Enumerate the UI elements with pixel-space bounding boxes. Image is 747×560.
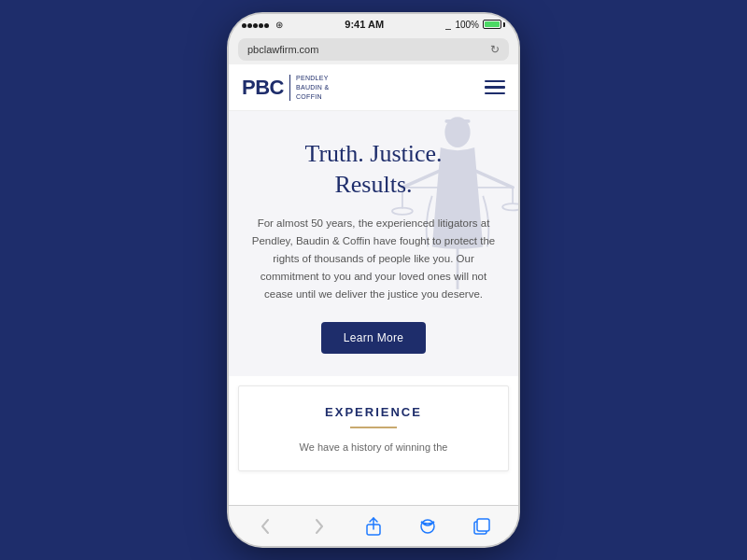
refresh-icon[interactable]: ↻: [490, 43, 500, 56]
svg-rect-14: [477, 519, 489, 531]
experience-title-underline: [350, 427, 397, 428]
experience-body: We have a history of winning the: [254, 440, 493, 455]
hero-title: Truth. Justice.Results.: [244, 139, 503, 200]
learn-more-button[interactable]: Learn More: [321, 322, 426, 354]
experience-section: EXPERIENCE We have a history of winning …: [238, 385, 509, 471]
logo-divider: [289, 75, 290, 101]
url-bar: pbclawfirm.com ↻: [229, 35, 518, 64]
share-button[interactable]: [360, 513, 387, 539]
svg-point-12: [421, 520, 434, 533]
safari-toolbar: [229, 505, 518, 546]
battery-percent: 100%: [455, 20, 479, 30]
hamburger-line-2: [485, 86, 505, 89]
tabs-icon: [473, 518, 490, 535]
bookmarks-button[interactable]: [415, 513, 441, 539]
signal-dots: [242, 19, 270, 30]
nav-bar: PBC PENDLEY BAUDIN & COFFIN: [229, 64, 518, 111]
back-icon: [261, 518, 270, 535]
experience-title: EXPERIENCE: [254, 405, 493, 419]
status-bar: ⊛ 9:41 AM ⎯ 100%: [229, 14, 518, 35]
bookmarks-icon: [419, 518, 436, 535]
url-text: pbclawfirm.com: [247, 44, 318, 55]
forward-icon: [315, 518, 324, 535]
logo-pbc: PBC: [242, 76, 284, 100]
battery-icon: [483, 20, 505, 29]
hamburger-menu[interactable]: [485, 80, 505, 95]
logo-area: PBC PENDLEY BAUDIN & COFFIN: [242, 74, 329, 101]
bluetooth-icon: ⎯: [445, 20, 451, 30]
status-time: 9:41 AM: [345, 19, 384, 30]
hero-section: Truth. Justice.Results. For almost 50 ye…: [229, 111, 518, 376]
status-left: ⊛: [242, 19, 283, 30]
svg-point-7: [502, 203, 518, 210]
hero-body: For almost 50 years, the experienced lit…: [244, 215, 503, 303]
website-content: PBC PENDLEY BAUDIN & COFFIN: [229, 64, 518, 505]
back-button[interactable]: [252, 513, 278, 539]
svg-rect-1: [444, 119, 470, 123]
phone-frame: ⊛ 9:41 AM ⎯ 100% pbclawfirm.com ↻ PBC: [229, 14, 518, 546]
logo-text: PENDLEY BAUDIN & COFFIN: [296, 74, 329, 101]
share-icon: [365, 517, 382, 536]
tabs-button[interactable]: [469, 513, 495, 539]
wifi-icon: ⊛: [275, 20, 283, 30]
hamburger-line-1: [485, 80, 505, 83]
svg-point-5: [392, 208, 413, 215]
url-input[interactable]: pbclawfirm.com ↻: [238, 38, 509, 61]
hamburger-line-3: [485, 92, 505, 95]
status-right: ⎯ 100%: [445, 20, 505, 30]
forward-button[interactable]: [306, 513, 332, 539]
